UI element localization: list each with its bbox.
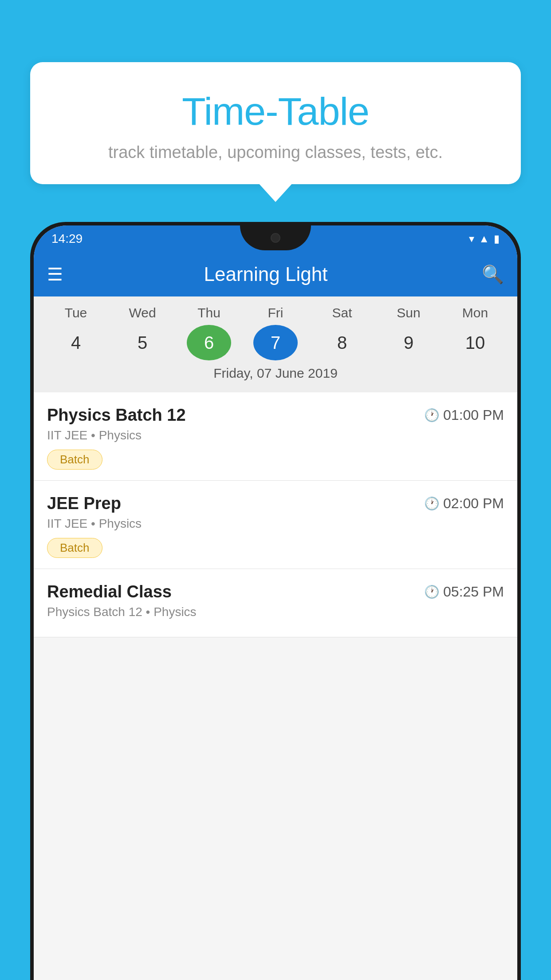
status-time: 14:29	[51, 232, 83, 246]
schedule-time-3: 🕐 05:25 PM	[424, 584, 504, 600]
phone-frame: 14:29 ▾ ▲ ▮ ☰ Learning Light 🔍 Tue	[30, 222, 521, 980]
day-headers: Tue Wed Thu Fri Sat Sun Mon	[34, 305, 517, 320]
day-9[interactable]: 9	[386, 325, 431, 360]
schedule-time-2: 🕐 02:00 PM	[424, 495, 504, 512]
batch-badge-2: Batch	[47, 538, 102, 558]
day-4[interactable]: 4	[54, 325, 98, 360]
phone-inner: 14:29 ▾ ▲ ▮ ☰ Learning Light 🔍 Tue	[34, 225, 517, 980]
clock-icon-3: 🕐	[424, 585, 440, 599]
schedule-item-2[interactable]: JEE Prep 🕐 02:00 PM IIT JEE • Physics Ba…	[34, 481, 517, 569]
day-header-tue: Tue	[54, 305, 98, 320]
day-header-mon: Mon	[453, 305, 497, 320]
battery-icon: ▮	[494, 233, 500, 245]
app-bar: ☰ Learning Light 🔍	[34, 252, 517, 296]
day-8[interactable]: 8	[320, 325, 364, 360]
schedule-title-1: Physics Batch 12	[47, 406, 186, 425]
schedule-list: Physics Batch 12 🕐 01:00 PM IIT JEE • Ph…	[34, 392, 517, 637]
schedule-subtitle-3: Physics Batch 12 • Physics	[47, 605, 504, 619]
wifi-icon: ▾	[469, 233, 474, 245]
clock-icon-1: 🕐	[424, 408, 440, 423]
schedule-item-3-header: Remedial Class 🕐 05:25 PM	[47, 582, 504, 601]
schedule-subtitle-2: IIT JEE • Physics	[47, 517, 504, 531]
phone-screen: 14:29 ▾ ▲ ▮ ☰ Learning Light 🔍 Tue	[34, 225, 517, 980]
schedule-title-2: JEE Prep	[47, 494, 121, 513]
tooltip-card: Time-Table track timetable, upcoming cla…	[30, 62, 521, 184]
schedule-item-1[interactable]: Physics Batch 12 🕐 01:00 PM IIT JEE • Ph…	[34, 392, 517, 481]
schedule-title-3: Remedial Class	[47, 582, 172, 601]
time-value-1: 01:00 PM	[443, 407, 504, 423]
schedule-item-2-header: JEE Prep 🕐 02:00 PM	[47, 494, 504, 513]
calendar-strip: Tue Wed Thu Fri Sat Sun Mon 4 5 6 7 8 9 …	[34, 296, 517, 392]
search-icon[interactable]: 🔍	[482, 264, 504, 285]
signal-icon: ▲	[479, 233, 489, 245]
clock-icon-2: 🕐	[424, 496, 440, 511]
status-icons: ▾ ▲ ▮	[469, 233, 500, 245]
day-header-thu: Thu	[187, 305, 231, 320]
front-camera	[271, 233, 280, 243]
menu-icon[interactable]: ☰	[47, 264, 63, 285]
day-header-wed: Wed	[120, 305, 165, 320]
day-6-today[interactable]: 6	[187, 325, 231, 360]
schedule-item-3[interactable]: Remedial Class 🕐 05:25 PM Physics Batch …	[34, 569, 517, 637]
batch-badge-1: Batch	[47, 450, 102, 470]
app-title: Learning Light	[63, 263, 468, 285]
tooltip-subtitle: track timetable, upcoming classes, tests…	[52, 143, 499, 162]
day-header-fri: Fri	[253, 305, 298, 320]
tooltip-title: Time-Table	[52, 89, 499, 134]
selected-date: Friday, 07 June 2019	[34, 360, 517, 388]
schedule-time-1: 🕐 01:00 PM	[424, 407, 504, 423]
day-numbers: 4 5 6 7 8 9 10	[34, 325, 517, 360]
schedule-item-1-header: Physics Batch 12 🕐 01:00 PM	[47, 406, 504, 425]
schedule-subtitle-1: IIT JEE • Physics	[47, 428, 504, 443]
status-bar: 14:29 ▾ ▲ ▮	[34, 225, 517, 252]
day-header-sun: Sun	[386, 305, 431, 320]
day-10[interactable]: 10	[453, 325, 497, 360]
phone-notch	[240, 225, 311, 250]
time-value-2: 02:00 PM	[443, 495, 504, 512]
time-value-3: 05:25 PM	[443, 584, 504, 600]
day-header-sat: Sat	[320, 305, 364, 320]
day-7-selected[interactable]: 7	[253, 325, 298, 360]
day-5[interactable]: 5	[120, 325, 165, 360]
